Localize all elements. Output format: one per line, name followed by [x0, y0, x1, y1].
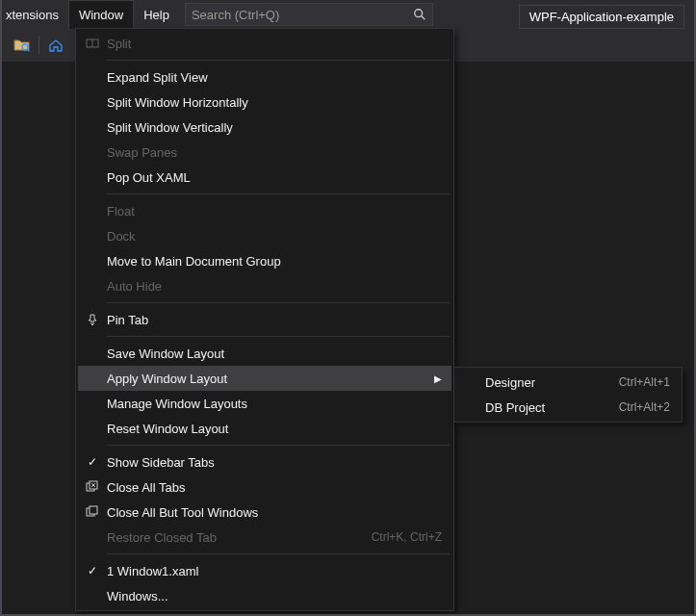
split-icon — [78, 37, 107, 50]
menu-item-dock: Dock — [78, 223, 451, 248]
menu-item-auto-hide: Auto Hide — [78, 273, 451, 298]
svg-rect-11 — [90, 506, 97, 514]
menu-item-shortcut: Ctrl+Alt+1 — [619, 375, 670, 389]
svg-point-0 — [415, 10, 423, 17]
menu-item-label: Save Window Layout — [107, 346, 442, 361]
menu-window[interactable]: Window — [68, 0, 134, 29]
menu-separator — [107, 193, 450, 194]
menu-item-save-window-layout[interactable]: Save Window Layout — [78, 341, 451, 366]
menu-item-move-main-doc-group[interactable]: Move to Main Document Group — [78, 248, 451, 273]
menu-extensions[interactable]: xtensions — [4, 0, 68, 29]
check-icon — [78, 455, 107, 469]
menu-item-shortcut: Ctrl+K, Ctrl+Z — [372, 530, 442, 544]
menu-item-label: DB Project — [485, 400, 619, 415]
menu-item-label: Reset Window Layout — [107, 422, 442, 436]
menu-item-label: Expand Split View — [107, 70, 442, 85]
menu-item-label: Close All Tabs — [107, 480, 442, 495]
menu-item-expand-split-view[interactable]: Expand Split View — [78, 64, 451, 90]
folder-search-icon[interactable] — [12, 35, 33, 56]
menu-item-label: Pin Tab — [107, 313, 442, 327]
close-all-tabs-icon — [78, 480, 107, 494]
menu-item-label: Show Sidebar Tabs — [107, 455, 442, 470]
search-icon — [413, 8, 426, 21]
submenu-item-db-project[interactable]: DB Project Ctrl+Alt+2 — [456, 395, 680, 420]
solution-name-badge[interactable]: WPF-Application-example — [519, 5, 684, 29]
menu-item-swap-panes: Swap Panes — [78, 140, 451, 165]
menu-separator — [107, 60, 450, 61]
menu-item-label: Windows... — [107, 589, 442, 603]
menu-item-label: Split Window Vertically — [107, 120, 442, 135]
svg-line-1 — [422, 16, 425, 20]
menu-item-apply-window-layout[interactable]: Apply Window Layout ▶ — [78, 366, 451, 391]
menu-item-manage-window-layouts[interactable]: Manage Window Layouts — [78, 391, 451, 416]
close-all-but-tool-icon — [78, 505, 107, 519]
menu-item-label: Move to Main Document Group — [107, 254, 442, 269]
menu-item-close-all-but-tool-windows[interactable]: Close All But Tool Windows — [78, 500, 451, 525]
pin-icon — [78, 314, 107, 325]
menu-separator — [107, 336, 450, 337]
menu-item-label: Pop Out XAML — [107, 170, 442, 185]
menu-item-restore-closed-tab: Restore Closed Tab Ctrl+K, Ctrl+Z — [78, 525, 451, 550]
menu-item-pin-tab[interactable]: Pin Tab — [78, 307, 451, 332]
submenu-item-designer[interactable]: Designer Ctrl+Alt+1 — [456, 370, 680, 395]
menu-item-pop-out-xaml[interactable]: Pop Out XAML — [78, 165, 451, 190]
apply-window-layout-submenu: Designer Ctrl+Alt+1 DB Project Ctrl+Alt+… — [453, 367, 683, 423]
menu-item-label: 1 Window1.xaml — [107, 564, 442, 578]
search-box[interactable]: Search (Ctrl+Q) — [185, 3, 433, 26]
submenu-arrow-icon: ▶ — [428, 373, 442, 384]
menu-separator — [107, 553, 450, 554]
search-placeholder: Search (Ctrl+Q) — [192, 8, 413, 22]
menu-item-label: Split — [107, 37, 442, 51]
menu-item-show-sidebar-tabs[interactable]: Show Sidebar Tabs — [78, 449, 451, 475]
menu-item-label: Dock — [107, 229, 442, 244]
menu-separator — [107, 445, 450, 446]
menu-item-label: Close All But Tool Windows — [107, 505, 442, 520]
menu-item-label: Restore Closed Tab — [107, 530, 372, 545]
menu-item-label: Designer — [485, 375, 619, 390]
menu-item-label: Split Window Horizontally — [107, 95, 442, 110]
menu-item-label: Swap Panes — [107, 145, 442, 160]
toolbar-divider — [39, 36, 39, 55]
menu-item-float: Float — [78, 198, 451, 223]
menu-item-shortcut: Ctrl+Alt+2 — [619, 400, 670, 414]
menu-item-close-all-tabs[interactable]: Close All Tabs — [78, 475, 451, 500]
menu-help[interactable]: Help — [134, 0, 179, 29]
menu-separator — [107, 302, 450, 303]
window-menu-dropdown: Split Expand Split View Split Window Hor… — [75, 28, 454, 611]
check-icon — [78, 564, 107, 578]
menu-item-label: Auto Hide — [107, 279, 442, 294]
menu-item-split-horizontally[interactable]: Split Window Horizontally — [78, 90, 451, 115]
menu-item-label: Apply Window Layout — [107, 372, 428, 386]
menu-item-window1-xaml[interactable]: 1 Window1.xaml — [78, 558, 451, 583]
menu-item-windows[interactable]: Windows... — [78, 583, 451, 608]
menu-item-reset-window-layout[interactable]: Reset Window Layout — [78, 416, 451, 441]
home-icon[interactable] — [45, 35, 66, 56]
menu-item-split: Split — [78, 31, 451, 56]
menu-item-split-vertically[interactable]: Split Window Vertically — [78, 115, 451, 140]
menu-item-label: Manage Window Layouts — [107, 397, 442, 411]
menu-item-label: Float — [107, 204, 442, 218]
